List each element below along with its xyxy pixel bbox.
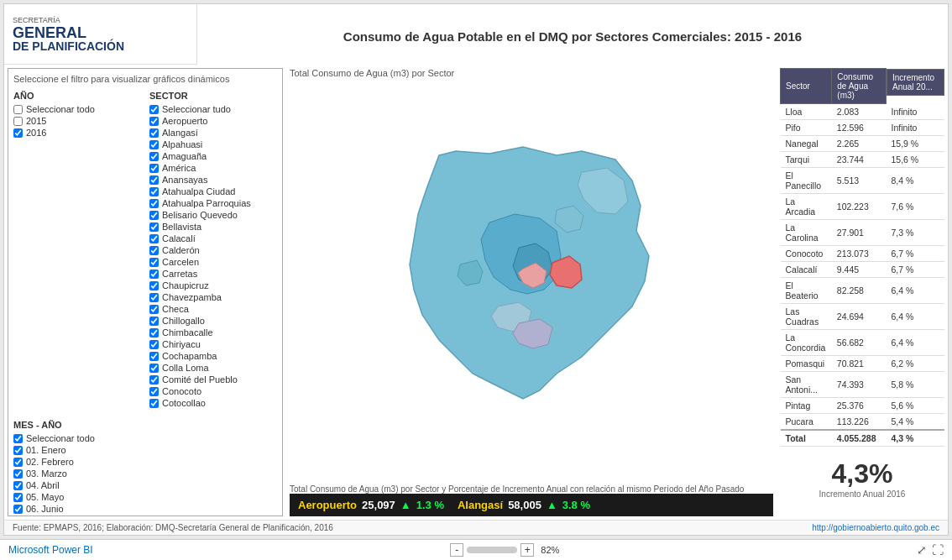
sector-label: Alangasí — [162, 128, 198, 138]
ticker-value: 25,097 — [362, 499, 395, 511]
sector-item[interactable]: Chimbacalle — [149, 327, 277, 338]
expand-icon[interactable]: ⛶ — [932, 543, 944, 557]
sector-item[interactable]: Atahualpa Parroquias — [149, 198, 277, 208]
sector-checkbox[interactable] — [149, 128, 159, 138]
sector-item[interactable]: Carretas — [149, 269, 277, 279]
sector-label: Calderón — [162, 245, 200, 255]
zoom-plus[interactable]: + — [520, 543, 534, 557]
mes-ano-label: 05. Mayo — [26, 492, 64, 502]
sector-item[interactable]: Cochapamba — [149, 351, 277, 361]
sector-item[interactable]: Aeropuerto — [149, 116, 277, 126]
sector-checkbox[interactable] — [149, 375, 159, 385]
zoom-slider[interactable] — [467, 547, 517, 553]
sector-item[interactable]: Alpahuasi — [149, 139, 277, 149]
mes-ano-item[interactable]: 04. Abril — [13, 480, 277, 490]
sector-item[interactable]: América — [149, 163, 277, 173]
sector-checkbox[interactable] — [149, 340, 159, 349]
footer-bar: Fuente: EPMAPS, 2016; Elaboración: DMQ-S… — [4, 520, 948, 535]
mes-ano-checkbox[interactable] — [13, 458, 23, 467]
table-row: Conocoto213.0736,7 % — [781, 246, 945, 262]
sector-label: Anansayas — [162, 175, 207, 185]
ano-select-all-checkbox[interactable] — [13, 105, 23, 114]
sector-item[interactable]: Belisario Quevedo — [149, 210, 277, 220]
sector-checkbox[interactable] — [149, 317, 159, 326]
mes-ano-item[interactable]: 06. Junio — [13, 504, 277, 514]
sector-item[interactable]: Chavezpamba — [149, 292, 277, 302]
sector-checkbox[interactable] — [149, 140, 159, 149]
ano-2015[interactable]: 2015 — [13, 116, 141, 126]
sector-checkbox[interactable] — [149, 270, 159, 279]
mes-ano-item[interactable]: 01. Enero — [13, 445, 277, 455]
sector-label: Atahualpa Parroquias — [162, 198, 251, 208]
main-content: SECRETARÍA GENERAL DE PLANIFICACIÓN Cons… — [3, 3, 949, 536]
sector-label: Checa — [162, 304, 189, 314]
sector-checkbox[interactable] — [149, 258, 159, 267]
sector-item[interactable]: Chillogallo — [149, 316, 277, 326]
sector-checkbox[interactable] — [149, 328, 159, 338]
sector-checkbox[interactable] — [149, 399, 159, 408]
sector-checkbox[interactable] — [149, 281, 159, 290]
sector-checkbox[interactable] — [149, 175, 159, 185]
big-pct-value: 4,3% — [780, 458, 944, 489]
sector-checkbox[interactable] — [149, 293, 159, 302]
sector-label: Carcelen — [162, 257, 199, 267]
sector-item[interactable]: Cotocollao — [149, 398, 277, 408]
sector-checkbox[interactable] — [149, 234, 159, 243]
sector-item[interactable]: Chiriyacu — [149, 339, 277, 349]
sector-item[interactable]: Checa — [149, 304, 277, 314]
sector-checkbox[interactable] — [149, 352, 159, 361]
footer-link[interactable]: http://gobiernoabierto.quito.gob.ec — [812, 523, 939, 532]
sector-label: Comité del Pueblo — [162, 374, 238, 385]
powerbi-footer: Microsoft Power BI - + 82% ⤢ ⛶ — [0, 539, 952, 560]
mes-ano-item[interactable]: 07. Julio — [13, 516, 277, 516]
sector-item[interactable]: Calacalí — [149, 233, 277, 243]
sector-checkbox[interactable] — [149, 164, 159, 173]
sector-checkbox[interactable] — [149, 105, 159, 114]
mes-ano-checkbox[interactable] — [13, 505, 23, 514]
share-icon[interactable]: ⤢ — [917, 543, 927, 557]
sector-item[interactable]: Conocoto — [149, 386, 277, 396]
sector-item[interactable]: Comité del Pueblo — [149, 374, 277, 385]
sector-checkbox[interactable] — [149, 117, 159, 126]
sector-checkbox[interactable] — [149, 387, 159, 396]
mes-ano-item[interactable]: 02. Febrero — [13, 457, 277, 467]
sector-checkbox[interactable] — [149, 364, 159, 373]
sector-item[interactable]: Alangasí — [149, 128, 277, 138]
mes-ano-checkbox[interactable] — [13, 493, 23, 502]
data-table: Sector Consumo de Agua (m3) Incremento A… — [780, 68, 944, 447]
sector-item[interactable]: Bellavista — [149, 222, 277, 232]
sector-checkbox[interactable] — [149, 222, 159, 232]
mes-ano-label: 01. Enero — [26, 445, 66, 455]
mes-ano-item[interactable]: Seleccionar todo — [13, 433, 277, 443]
mes-ano-checkbox[interactable] — [13, 469, 23, 479]
sector-checkbox[interactable] — [149, 211, 159, 220]
sector-item[interactable]: Carcelen — [149, 257, 277, 267]
mes-ano-checkbox[interactable] — [13, 446, 23, 455]
mes-ano-checkbox[interactable] — [13, 481, 23, 490]
sector-item[interactable]: Seleccionar tudo — [149, 104, 277, 114]
ano-2016[interactable]: 2016 — [13, 128, 141, 138]
sector-item[interactable]: Amaguaña — [149, 151, 277, 161]
ano-select-all[interactable]: Seleccionar todo — [13, 104, 141, 114]
sector-checkbox[interactable] — [149, 305, 159, 314]
ano-2016-checkbox[interactable] — [13, 128, 23, 138]
sector-checkbox[interactable] — [149, 246, 159, 255]
sector-item[interactable]: Calderón — [149, 245, 277, 255]
sector-item[interactable]: Chaupicruz — [149, 280, 277, 290]
sector-checkbox[interactable] — [149, 152, 159, 161]
ano-2015-checkbox[interactable] — [13, 117, 23, 126]
sector-item[interactable]: Colla Loma — [149, 363, 277, 373]
mes-ano-item[interactable]: 05. Mayo — [13, 492, 277, 502]
mes-ano-checkbox[interactable] — [13, 516, 23, 517]
sector-label: Chillogallo — [162, 316, 205, 326]
mes-ano-item[interactable]: 03. Marzo — [13, 468, 277, 479]
sector-checkbox[interactable] — [149, 199, 159, 208]
mes-ano-checkbox[interactable] — [13, 434, 23, 443]
sector-checkbox[interactable] — [149, 187, 159, 196]
sector-item[interactable]: Anansayas — [149, 175, 277, 185]
table-row: Las Cuadras24.6946,4 % — [781, 304, 945, 330]
powerbi-link[interactable]: Microsoft Power BI — [8, 544, 93, 556]
ticker-bar: Aeropuerto 25,097 ▲ 1.3 %Alangasí 58,005… — [290, 494, 773, 516]
sector-item[interactable]: Atahualpa Ciudad — [149, 186, 277, 196]
zoom-minus[interactable]: - — [450, 543, 463, 557]
